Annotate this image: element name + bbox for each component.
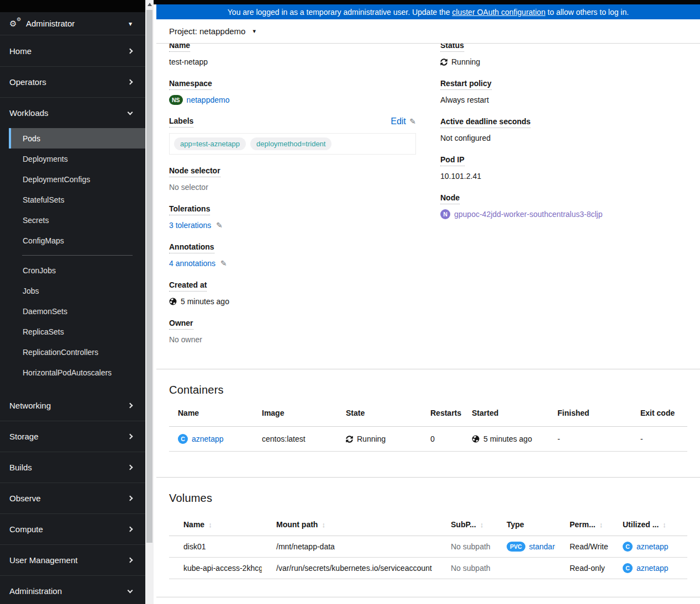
- pencil-icon[interactable]: ✎: [220, 258, 227, 269]
- sidebar-item-replicasets[interactable]: ReplicaSets: [0, 321, 145, 342]
- sidebar-item-observe[interactable]: Observe: [0, 483, 145, 513]
- sidebar-item-cronjobs[interactable]: CronJobs: [0, 260, 145, 280]
- volume-name: kube-api-access-2khcg: [169, 558, 262, 579]
- pod-ip-label: Pod IP: [440, 155, 465, 166]
- container-link[interactable]: aznetapp: [636, 564, 669, 573]
- container-row: C aznetapp centos:latest Running 0 5 min…: [169, 427, 687, 452]
- globe-icon: [169, 298, 177, 305]
- container-link[interactable]: aznetapp: [192, 435, 224, 443]
- perspective-switcher[interactable]: ⚙⚙ Administrator ▾: [0, 12, 145, 35]
- sidebar-item-secrets[interactable]: Secrets: [0, 210, 145, 230]
- col-subpath[interactable]: SubP...↕: [436, 515, 492, 536]
- volume-subpath: No subpath: [436, 558, 492, 579]
- container-badge: C: [623, 563, 633, 573]
- sidebar-item-configmaps[interactable]: ConfigMaps: [0, 230, 145, 251]
- pencil-icon[interactable]: ✎: [409, 117, 416, 126]
- col-volume-name[interactable]: Name↕: [169, 515, 262, 536]
- namespace-link[interactable]: netappdemo: [187, 94, 230, 105]
- owner-value: No owner: [169, 334, 416, 345]
- active-deadline-label: Active deadline seconds: [440, 117, 530, 128]
- containers-table: Name Image State Restarts Started Finish…: [169, 402, 687, 452]
- scroll-up-button[interactable]: [145, 0, 154, 9]
- sidebar-item-horizontalpodautoscalers[interactable]: HorizontalPodAutoscalers: [0, 362, 145, 383]
- project-label: Project: netappdemo: [169, 27, 245, 36]
- chevron-right-icon: [128, 80, 133, 85]
- field-created-at: Created at 5 minutes ago: [169, 280, 416, 307]
- pencil-icon[interactable]: ✎: [216, 220, 223, 231]
- sort-icon[interactable]: ↕: [599, 521, 603, 529]
- node-link[interactable]: gpupoc-42jdd-worker-southcentralus3-8clj…: [454, 209, 602, 220]
- sidebar-top-strip: [0, 0, 145, 12]
- sidebar-item-replicationcontrollers[interactable]: ReplicationControllers: [0, 342, 145, 362]
- field-pod-ip: Pod IP 10.101.2.41: [440, 155, 687, 182]
- vertical-scrollbar[interactable]: [145, 0, 154, 604]
- sort-icon[interactable]: ↕: [322, 521, 325, 529]
- caret-down-icon: ▾: [252, 28, 256, 35]
- col-type: Type: [492, 515, 555, 536]
- sidebar-item-storage[interactable]: Storage: [0, 421, 145, 452]
- sidebar-nav-top: Home Operators Workloads: [0, 35, 145, 128]
- main-content: You are logged in as a temporary adminis…: [156, 0, 700, 604]
- sort-icon[interactable]: ↕: [208, 521, 212, 529]
- sidebar-item-home[interactable]: Home: [0, 35, 145, 66]
- pod-ip-value: 10.101.2.41: [440, 171, 687, 182]
- sidebar-item-deploymentconfigs[interactable]: DeploymentConfigs: [0, 169, 145, 189]
- restart-policy-value: Always restart: [440, 94, 687, 105]
- status-value: Running: [451, 56, 480, 67]
- col-utilized[interactable]: Utilized ...↕: [608, 515, 687, 536]
- openshift-console: ⚙⚙ Administrator ▾ Home Operators Worklo…: [0, 0, 700, 604]
- sidebar-item-pods[interactable]: Pods: [9, 128, 145, 149]
- volume-row: disk01 /mnt/netapp-data No subpath PVC s…: [169, 536, 687, 558]
- volume-permissions: Read-only: [555, 558, 608, 579]
- scrollbar-thumb[interactable]: [146, 10, 152, 543]
- pvc-link[interactable]: standard: [529, 542, 555, 551]
- sort-icon[interactable]: ↕: [662, 521, 666, 529]
- sidebar: ⚙⚙ Administrator ▾ Home Operators Worklo…: [0, 0, 145, 604]
- sidebar-item-workloads[interactable]: Workloads: [0, 97, 145, 128]
- chevron-down-icon: [128, 587, 133, 593]
- sidebar-item-jobs[interactable]: Jobs: [0, 280, 145, 301]
- sidebar-item-compute[interactable]: Compute: [0, 513, 145, 544]
- sidebar-item-operators[interactable]: Operators: [0, 66, 145, 97]
- oauth-config-link[interactable]: cluster OAuth configuration: [452, 8, 545, 17]
- field-node: Node N gpupoc-42jdd-worker-southcentralu…: [440, 193, 687, 220]
- sidebar-item-administration[interactable]: Administration: [0, 575, 145, 604]
- container-state: Running: [357, 435, 386, 443]
- pod-details: Name test-netapp Namespace NS netappdemo…: [156, 40, 700, 369]
- volume-mount-path: /mnt/netapp-data: [262, 536, 436, 558]
- label-chip[interactable]: deploymethod=trident: [250, 137, 331, 150]
- field-node-selector: Node selector No selector: [169, 166, 416, 193]
- volumes-title: Volumes: [169, 492, 687, 505]
- labels-edit-button[interactable]: Edit: [391, 116, 406, 126]
- sidebar-item-networking[interactable]: Networking: [0, 390, 145, 421]
- label-chip[interactable]: app=test-aznetapp: [174, 137, 246, 150]
- chevron-right-icon: [128, 48, 133, 54]
- tolerations-label: Tolerations: [169, 204, 210, 215]
- volume-row: kube-api-access-2khcg /var/run/secrets/k…: [169, 558, 687, 579]
- sidebar-item-deployments[interactable]: Deployments: [0, 149, 145, 169]
- field-restart-policy: Restart policy Always restart: [440, 78, 687, 105]
- col-mount-path[interactable]: Mount path↕: [262, 515, 436, 536]
- sort-icon[interactable]: ↕: [480, 521, 484, 529]
- gears-icon: ⚙⚙: [9, 19, 20, 29]
- sidebar-item-daemonsets[interactable]: DaemonSets: [0, 301, 145, 321]
- annotations-link[interactable]: 4 annotations: [169, 258, 215, 269]
- pvc-badge: PVC: [507, 542, 525, 552]
- sidebar-item-builds[interactable]: Builds: [0, 452, 145, 483]
- perspective-label: Administrator: [26, 19, 75, 28]
- created-at-label: Created at: [169, 280, 207, 292]
- submenu-divider: [22, 255, 133, 256]
- field-owner: Owner No owner: [169, 318, 416, 345]
- volume-type-empty: [492, 558, 555, 579]
- containers-section: Containers Name Image State Restarts Sta…: [156, 369, 700, 477]
- col-restarts: Restarts: [422, 402, 463, 427]
- tolerations-link[interactable]: 3 tolerations: [169, 220, 211, 231]
- sidebar-item-statefulsets[interactable]: StatefulSets: [0, 189, 145, 210]
- sidebar-item-user-management[interactable]: User Management: [0, 544, 145, 575]
- container-image: centos:latest: [253, 427, 337, 452]
- volume-subpath: No subpath: [436, 536, 492, 558]
- details-left-column: Name test-netapp Namespace NS netappdemo…: [169, 40, 416, 356]
- container-link[interactable]: aznetapp: [636, 542, 669, 551]
- project-selector[interactable]: Project: netappdemo ▾: [156, 19, 700, 44]
- col-permissions[interactable]: Perm...↕: [555, 515, 608, 536]
